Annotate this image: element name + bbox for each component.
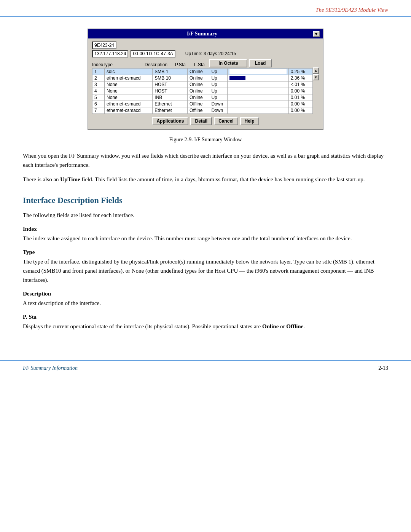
cell-bar — [228, 75, 289, 81]
cell-load: 0.25 % — [288, 69, 312, 75]
scroll-up-button[interactable]: ▲ — [313, 67, 319, 73]
cell-bar — [228, 81, 289, 88]
mac-address-field: 00-00-1D-1C-47-3A — [131, 50, 175, 58]
col-index-header: Index — [92, 62, 103, 67]
col-desc-header: Description — [145, 62, 175, 67]
field-name: Description — [23, 291, 388, 297]
cell-index: 7 — [92, 107, 105, 114]
cell-desc: HOST — [153, 81, 188, 88]
table-row[interactable]: 7 ethernet-csmacd Ethernet Offline Down … — [92, 107, 313, 114]
field-block: Description A text description of the in… — [23, 291, 388, 308]
applications-button[interactable]: Applications — [152, 117, 188, 125]
cell-index: 4 — [92, 88, 105, 94]
uptime-label: UpTime: 3 days 20:24:15 — [185, 51, 236, 56]
cell-bar — [228, 94, 289, 101]
detail-button[interactable]: Detail — [190, 117, 212, 125]
cell-psta: Offline — [188, 107, 209, 114]
section-intro: The following fields are listed for each… — [23, 211, 388, 220]
cell-desc: Ethernet — [153, 107, 188, 114]
actions-row: Applications Detail Cancel Help — [92, 117, 319, 125]
help-button[interactable]: Help — [240, 117, 259, 125]
cell-bar — [228, 69, 289, 75]
cell-index: 1 — [92, 69, 105, 75]
cell-type: sdlc — [105, 69, 153, 75]
cell-bar — [228, 107, 289, 114]
cell-type: ethernet-csmacd — [105, 75, 153, 81]
in-octets-button[interactable]: In Octets — [209, 59, 247, 67]
cell-type: None — [105, 88, 153, 94]
cell-desc: SMB 1 — [153, 69, 188, 75]
device-id-field: 9E423-24 — [92, 42, 116, 49]
window-titlebar: I/F Summary ▼ — [88, 29, 323, 38]
field-block: Index The index value assigned to each i… — [23, 226, 388, 243]
body-para-1: When you open the I/F Summary window, yo… — [23, 151, 388, 169]
cell-lsta: Up — [209, 69, 228, 75]
cancel-button[interactable]: Cancel — [214, 117, 238, 125]
cell-lsta: Up — [209, 81, 228, 88]
cell-type: ethernet-csmacd — [105, 107, 153, 114]
cell-desc: HOST — [153, 88, 188, 94]
cell-psta: Offline — [188, 101, 209, 107]
cell-lsta: Down — [209, 107, 228, 114]
cell-index: 6 — [92, 101, 105, 107]
if-summary-window: I/F Summary ▼ 9E423-24 132.177.118.24 00… — [88, 29, 323, 130]
cell-bar — [228, 101, 289, 107]
field-name: Type — [23, 249, 388, 256]
fields-container: Index The index value assigned to each i… — [23, 226, 388, 331]
col-lsta-header: L.Sta — [194, 62, 209, 67]
cell-type: ethernet-csmacd — [105, 101, 153, 107]
col-psta-header: P.Sta — [175, 62, 194, 67]
cell-lsta: Up — [209, 75, 228, 81]
figure-caption: Figure 2-9. I/F Summary Window — [23, 137, 388, 143]
table-row[interactable]: 4 None HOST Online Up 0.00 % — [92, 88, 313, 94]
cell-desc: SMB 10 — [153, 75, 188, 81]
cell-desc: Ethernet — [153, 101, 188, 107]
field-description: Displays the current operational state o… — [23, 322, 388, 331]
ip-address-field: 132.177.118.24 — [92, 50, 128, 58]
load-button[interactable]: Load — [249, 59, 272, 67]
field-description: The index value assigned to each interfa… — [23, 234, 388, 243]
col-type-header: Type — [103, 62, 145, 67]
cell-psta: Online — [188, 81, 209, 88]
window-title: I/F Summary — [91, 31, 313, 37]
cell-desc: INB — [153, 94, 188, 101]
field-block: Type The type of the interface, distingu… — [23, 249, 388, 284]
field-description: The type of the interface, distinguished… — [23, 257, 388, 284]
footer-left: I/F Summary Information — [23, 365, 78, 371]
table-row[interactable]: 3 None HOST Online Up <.01 % — [92, 81, 313, 88]
table-row[interactable]: 5 None INB Online Up 0.01 % — [92, 94, 313, 101]
cell-psta: Online — [188, 69, 209, 75]
table-row[interactable]: 1 sdlc SMB 1 Online Up 0.25 % — [92, 69, 313, 75]
cell-type: None — [105, 94, 153, 101]
footer-right: 2-13 — [378, 365, 388, 371]
cell-lsta: Down — [209, 101, 228, 107]
cell-load: 0.00 % — [288, 107, 312, 114]
cell-index: 2 — [92, 75, 105, 81]
cell-index: 5 — [92, 94, 105, 101]
field-block: P. Sta Displays the current operational … — [23, 314, 388, 331]
field-name: P. Sta — [23, 314, 388, 320]
cell-bar — [228, 88, 289, 94]
interface-table: 1 sdlc SMB 1 Online Up 0.25 % 2 ethernet… — [92, 68, 313, 114]
cell-lsta: Up — [209, 94, 228, 101]
cell-load: 2.36 % — [288, 75, 312, 81]
table-row[interactable]: 6 ethernet-csmacd Ethernet Offline Down … — [92, 101, 313, 107]
body-para-2: There is also an UpTime field. This fiel… — [23, 175, 388, 184]
cell-index: 3 — [92, 81, 105, 88]
field-name: Index — [23, 226, 388, 232]
cell-psta: Online — [188, 88, 209, 94]
scroll-down-button[interactable]: ▼ — [313, 74, 319, 80]
field-description: A text description of the interface. — [23, 299, 388, 308]
table-row[interactable]: 2 ethernet-csmacd SMB 10 Online Up 2.36 … — [92, 75, 313, 81]
cell-load: <.01 % — [288, 81, 312, 88]
cell-psta: Online — [188, 75, 209, 81]
window-dropdown-button[interactable]: ▼ — [313, 31, 320, 37]
cell-load: 0.00 % — [288, 88, 312, 94]
cell-psta: Online — [188, 94, 209, 101]
cell-lsta: Up — [209, 88, 228, 94]
cell-type: None — [105, 81, 153, 88]
cell-load: 0.01 % — [288, 94, 312, 101]
section-heading: Interface Description Fields — [23, 195, 388, 205]
cell-load: 0.00 % — [288, 101, 312, 107]
page-footer: I/F Summary Information 2-13 — [0, 360, 411, 376]
